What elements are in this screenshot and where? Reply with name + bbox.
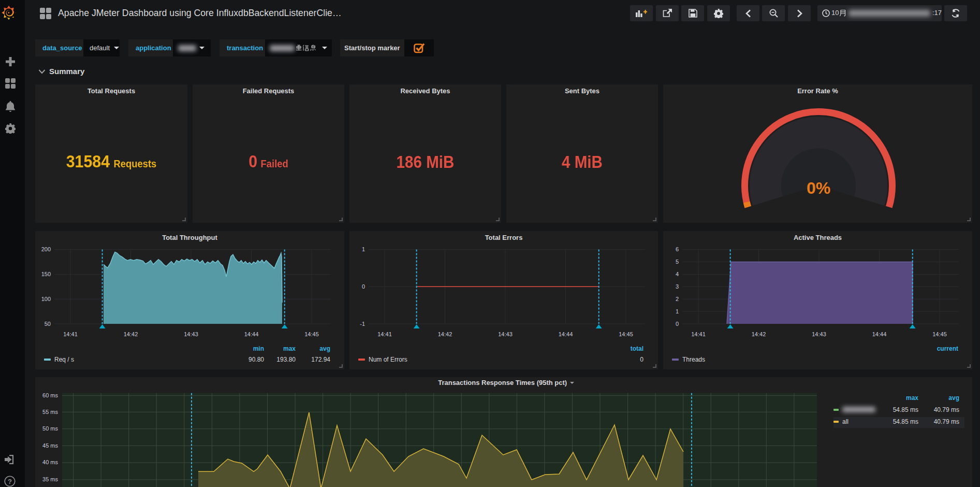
svg-text:0%: 0% <box>807 179 830 197</box>
svg-text:?: ? <box>8 478 12 485</box>
